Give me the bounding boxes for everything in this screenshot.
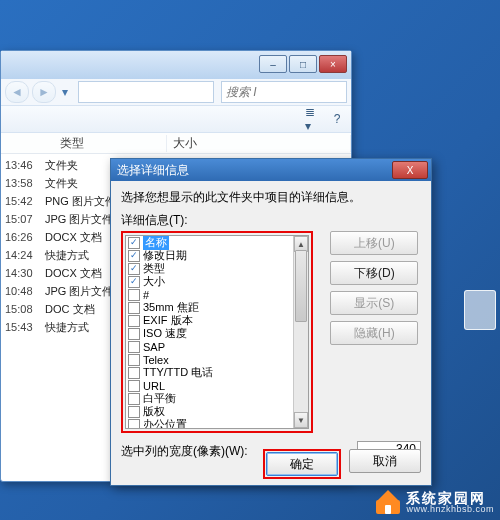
scroll-down-button[interactable]: ▼ (294, 412, 308, 428)
checkbox[interactable] (128, 367, 140, 379)
detail-item-label: URL (143, 380, 165, 392)
desktop-gadget[interactable] (464, 290, 496, 330)
checkbox[interactable] (128, 393, 140, 405)
nav-forward-button[interactable]: ► (32, 81, 56, 103)
checkbox[interactable] (128, 289, 140, 301)
detail-item-label: ISO 速度 (143, 326, 187, 341)
file-time: 16:26 (1, 231, 45, 243)
details-listbox[interactable]: ✓名称✓修改日期✓类型✓大小#35mm 焦距EXIF 版本ISO 速度SAPTe… (125, 235, 309, 429)
file-time: 13:58 (1, 177, 45, 189)
reorder-buttons: 上移(U) 下移(D) 显示(S) 隐藏(H) (330, 231, 416, 351)
detail-item-label: TTY/TTD 电话 (143, 365, 213, 380)
dialog-body: 选择您想显示的此文件夹中项目的详细信息。 详细信息(T): ✓名称✓修改日期✓类… (111, 181, 431, 471)
help-icon[interactable]: ? (329, 112, 345, 126)
file-time: 15:08 (1, 303, 45, 315)
explorer-toolbar: ≣ ▾ ? (1, 106, 351, 133)
hide-button[interactable]: 隐藏(H) (330, 321, 418, 345)
search-input[interactable]: 搜索 I (221, 81, 347, 103)
dialog-close-button[interactable]: X (392, 161, 428, 179)
file-time: 15:43 (1, 321, 45, 333)
file-time: 14:30 (1, 267, 45, 279)
checkbox[interactable] (128, 380, 140, 392)
cancel-button[interactable]: 取消 (349, 449, 421, 473)
file-time: 10:48 (1, 285, 45, 297)
checkbox[interactable]: ✓ (128, 263, 140, 275)
show-button[interactable]: 显示(S) (330, 291, 418, 315)
column-headers[interactable]: 类型 大小 (1, 133, 351, 154)
details-list-label: 详细信息(T): (121, 212, 421, 229)
file-time: 13:46 (1, 159, 45, 171)
file-time: 15:07 (1, 213, 45, 225)
detail-item[interactable]: TTY/TTD 电话 (126, 366, 294, 379)
scroll-track[interactable] (294, 250, 308, 414)
detail-item-label: 办公位置 (143, 417, 187, 428)
listbox-scrollbar[interactable]: ▲ ▼ (293, 236, 308, 428)
dialog-title-text: 选择详细信息 (117, 162, 189, 179)
ok-button[interactable]: 确定 (266, 452, 338, 476)
scroll-thumb[interactable] (295, 250, 307, 322)
house-icon (376, 492, 400, 514)
file-time: 14:24 (1, 249, 45, 261)
width-label: 选中列的宽度(像素)(W): (121, 443, 248, 460)
checkbox[interactable]: ✓ (128, 250, 140, 262)
detail-item-label: Telex (143, 354, 169, 366)
minimize-button[interactable]: – (259, 55, 287, 73)
nav-back-button[interactable]: ◄ (5, 81, 29, 103)
watermark: 系统家园网 www.hnzkhbsb.com (376, 491, 494, 514)
checkbox[interactable]: ✓ (128, 276, 140, 288)
checkbox[interactable] (128, 341, 140, 353)
checkbox[interactable] (128, 328, 140, 340)
explorer-nav: ◄ ► ▾ 搜索 I (1, 79, 351, 106)
highlight-annotation: ✓名称✓修改日期✓类型✓大小#35mm 焦距EXIF 版本ISO 速度SAPTe… (121, 231, 313, 433)
detail-item[interactable]: SAP (126, 340, 294, 353)
dialog-instruction: 选择您想显示的此文件夹中项目的详细信息。 (121, 189, 421, 206)
choose-details-dialog: 选择详细信息 X 选择您想显示的此文件夹中项目的详细信息。 详细信息(T): ✓… (110, 158, 432, 486)
detail-item-label: SAP (143, 341, 165, 353)
checkbox[interactable] (128, 302, 140, 314)
detail-item-label: # (143, 289, 149, 301)
desktop: – □ × ◄ ► ▾ 搜索 I ≣ ▾ ? 类型 大小 13:46文件夹 13… (0, 0, 500, 520)
dialog-footer: 确定 取消 (263, 449, 421, 479)
address-bar[interactable] (78, 81, 214, 103)
file-time: 15:42 (1, 195, 45, 207)
nav-history-dropdown[interactable]: ▾ (59, 82, 71, 102)
checkbox[interactable]: ✓ (128, 237, 140, 249)
move-down-button[interactable]: 下移(D) (330, 261, 418, 285)
watermark-url: www.hnzkhbsb.com (406, 505, 494, 514)
detail-item[interactable]: 办公位置 (126, 418, 294, 428)
checkbox[interactable] (128, 419, 140, 429)
column-type[interactable]: 类型 (54, 135, 167, 152)
close-button[interactable]: × (319, 55, 347, 73)
checkbox[interactable] (128, 315, 140, 327)
view-mode-icon[interactable]: ≣ ▾ (305, 112, 321, 126)
explorer-titlebar: – □ × (1, 51, 351, 79)
detail-item[interactable]: ✓大小 (126, 275, 294, 288)
checkbox[interactable] (128, 354, 140, 366)
dialog-titlebar[interactable]: 选择详细信息 X (111, 159, 431, 181)
window-buttons: – □ × (259, 55, 347, 73)
maximize-button[interactable]: □ (289, 55, 317, 73)
highlight-annotation: 确定 (263, 449, 341, 479)
column-size[interactable]: 大小 (167, 135, 351, 152)
detail-item[interactable]: ISO 速度 (126, 327, 294, 340)
move-up-button[interactable]: 上移(U) (330, 231, 418, 255)
detail-item-label: 大小 (143, 274, 165, 289)
checkbox[interactable] (128, 406, 140, 418)
watermark-title: 系统家园网 (406, 491, 494, 505)
